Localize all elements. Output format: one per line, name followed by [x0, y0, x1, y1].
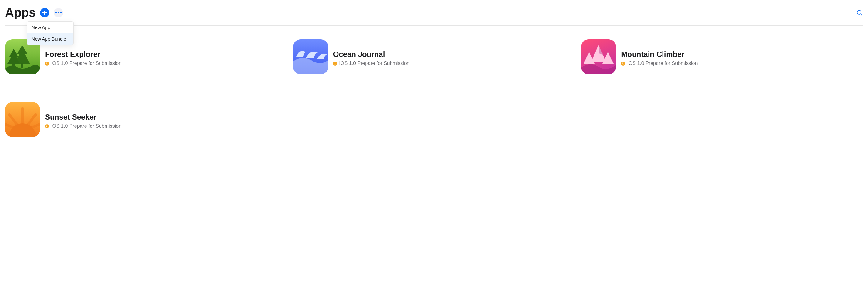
- app-card-ocean-journal[interactable]: Ocean Journal iOS 1.0 Prepare for Submis…: [293, 39, 575, 74]
- status-text: iOS 1.0 Prepare for Submission: [627, 61, 698, 66]
- app-icon: [5, 102, 40, 137]
- status-text: iOS 1.0 Prepare for Submission: [51, 123, 121, 129]
- apps-grid: Forest Explorer iOS 1.0 Prepare for Subm…: [5, 26, 863, 151]
- svg-point-0: [857, 10, 861, 14]
- header: Apps New App New App Bundle: [5, 3, 863, 26]
- app-status: iOS 1.0 Prepare for Submission: [45, 123, 121, 129]
- status-pending-icon: [45, 124, 49, 128]
- page-title: Apps: [5, 6, 36, 20]
- svg-line-1: [861, 14, 862, 15]
- status-pending-icon: [333, 61, 337, 66]
- apps-row: Sunset Seeker iOS 1.0 Prepare for Submis…: [5, 88, 863, 151]
- app-card-sunset-seeker[interactable]: Sunset Seeker iOS 1.0 Prepare for Submis…: [5, 102, 287, 137]
- app-info: Ocean Journal iOS 1.0 Prepare for Submis…: [333, 39, 410, 66]
- app-card-mountain-climber[interactable]: Mountain Climber iOS 1.0 Prepare for Sub…: [581, 39, 863, 74]
- status-text: iOS 1.0 Prepare for Submission: [339, 61, 410, 66]
- status-pending-icon: [45, 61, 49, 66]
- app-name: Forest Explorer: [45, 50, 121, 59]
- app-info: Sunset Seeker iOS 1.0 Prepare for Submis…: [45, 102, 121, 129]
- ellipsis-icon: [55, 12, 57, 13]
- status-text: iOS 1.0 Prepare for Submission: [51, 61, 121, 66]
- add-app-button[interactable]: [40, 8, 49, 18]
- app-info: Mountain Climber iOS 1.0 Prepare for Sub…: [621, 39, 698, 66]
- app-icon: [293, 39, 328, 74]
- svg-rect-3: [21, 63, 23, 68]
- app-name: Sunset Seeker: [45, 113, 121, 121]
- more-button[interactable]: [54, 8, 63, 18]
- svg-rect-2: [12, 63, 15, 68]
- app-name: Mountain Climber: [621, 50, 698, 59]
- search-area: [856, 9, 863, 16]
- svg-point-9: [9, 123, 36, 137]
- app-status: iOS 1.0 Prepare for Submission: [45, 61, 121, 66]
- app-icon: [581, 39, 616, 74]
- app-name: Ocean Journal: [333, 50, 410, 59]
- status-pending-icon: [621, 61, 625, 66]
- search-icon[interactable]: [856, 9, 863, 16]
- app-status: iOS 1.0 Prepare for Submission: [621, 61, 698, 66]
- menu-item-new-app-bundle[interactable]: New App Bundle: [27, 33, 73, 44]
- apps-row: Forest Explorer iOS 1.0 Prepare for Subm…: [5, 26, 863, 88]
- app-status: iOS 1.0 Prepare for Submission: [333, 61, 410, 66]
- more-dropdown: New App New App Bundle: [27, 21, 74, 45]
- menu-item-new-app[interactable]: New App: [27, 22, 73, 33]
- plus-icon: [42, 10, 47, 15]
